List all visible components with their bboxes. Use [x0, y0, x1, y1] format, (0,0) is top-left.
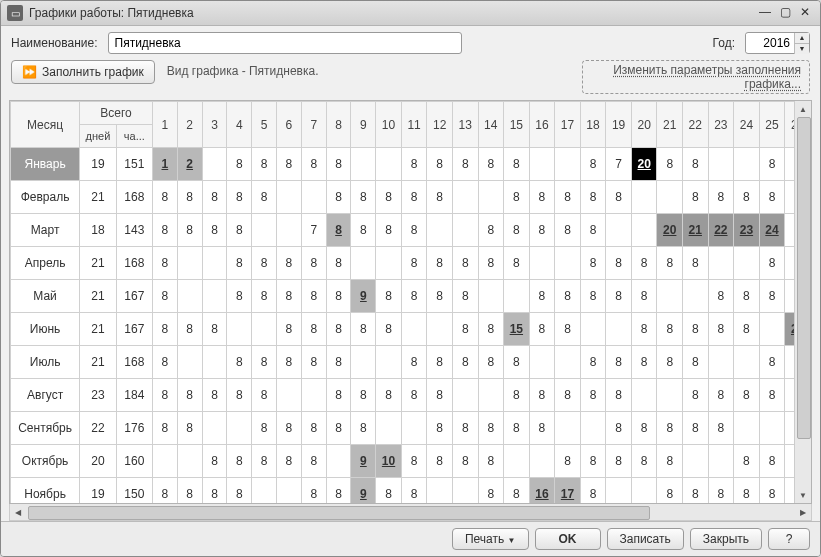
day-cell[interactable]: 8 [177, 379, 202, 412]
day-cell[interactable]: 8 [580, 181, 606, 214]
header-day[interactable]: 21 [657, 102, 683, 148]
header-day[interactable]: 23 [708, 102, 734, 148]
horizontal-scrollbar[interactable]: ◀ ▶ [9, 504, 812, 521]
hours-cell[interactable]: 143 [116, 214, 152, 247]
day-cell[interactable] [401, 412, 427, 445]
day-cell[interactable] [580, 412, 606, 445]
day-cell[interactable] [277, 214, 302, 247]
month-cell[interactable]: Июль [11, 346, 80, 379]
day-cell[interactable] [759, 313, 785, 346]
day-cell[interactable]: 8 [401, 346, 427, 379]
day-cell[interactable] [376, 412, 402, 445]
day-cell[interactable]: 8 [504, 346, 530, 379]
hours-cell[interactable]: 167 [116, 313, 152, 346]
day-cell[interactable]: 8 [401, 280, 427, 313]
table-row[interactable]: Ноябрь19150888888988881617888888 [11, 478, 811, 505]
header-day[interactable]: 6 [277, 102, 302, 148]
scroll-left-icon[interactable]: ◀ [10, 504, 26, 520]
day-cell[interactable] [529, 346, 555, 379]
day-cell[interactable]: 8 [606, 247, 632, 280]
day-cell[interactable] [227, 313, 252, 346]
table-row[interactable]: Февраль2116888888888888888888888 [11, 181, 811, 214]
day-cell[interactable]: 8 [555, 280, 581, 313]
day-cell[interactable]: 20 [631, 148, 657, 181]
day-cell[interactable]: 8 [376, 379, 402, 412]
header-day[interactable]: 25 [759, 102, 785, 148]
day-cell[interactable] [504, 445, 530, 478]
day-cell[interactable]: 8 [657, 313, 683, 346]
day-cell[interactable]: 8 [227, 214, 252, 247]
year-spinner[interactable]: ▲ ▼ [745, 32, 810, 54]
day-cell[interactable]: 7 [301, 214, 326, 247]
day-cell[interactable]: 8 [759, 445, 785, 478]
table-row[interactable]: Август2318488888888888888888888 [11, 379, 811, 412]
day-cell[interactable]: 23 [734, 214, 760, 247]
day-cell[interactable]: 8 [478, 412, 504, 445]
day-cell[interactable]: 21 [683, 214, 709, 247]
day-cell[interactable]: 8 [708, 379, 734, 412]
hours-cell[interactable]: 160 [116, 445, 152, 478]
day-cell[interactable] [177, 280, 202, 313]
day-cell[interactable]: 8 [252, 379, 277, 412]
day-cell[interactable] [452, 478, 478, 505]
day-cell[interactable]: 8 [152, 478, 177, 505]
year-input[interactable] [746, 34, 794, 52]
day-cell[interactable]: 8 [252, 247, 277, 280]
day-cell[interactable]: 8 [301, 247, 326, 280]
day-cell[interactable]: 8 [252, 346, 277, 379]
month-cell[interactable]: Март [11, 214, 80, 247]
day-cell[interactable]: 8 [301, 346, 326, 379]
month-cell[interactable]: Ноябрь [11, 478, 80, 505]
day-cell[interactable] [427, 214, 453, 247]
day-cell[interactable]: 8 [452, 247, 478, 280]
day-cell[interactable]: 8 [606, 346, 632, 379]
day-cell[interactable]: 8 [529, 280, 555, 313]
day-cell[interactable]: 8 [326, 412, 351, 445]
day-cell[interactable] [351, 346, 376, 379]
day-cell[interactable] [351, 247, 376, 280]
day-cell[interactable]: 2 [177, 148, 202, 181]
day-cell[interactable]: 8 [427, 280, 453, 313]
day-cell[interactable]: 8 [606, 280, 632, 313]
header-hours[interactable]: ча... [116, 125, 152, 148]
header-day[interactable]: 15 [504, 102, 530, 148]
day-cell[interactable]: 8 [452, 346, 478, 379]
day-cell[interactable]: 8 [202, 379, 227, 412]
day-cell[interactable]: 8 [734, 313, 760, 346]
day-cell[interactable]: 8 [683, 181, 709, 214]
day-cell[interactable]: 8 [606, 379, 632, 412]
day-cell[interactable]: 8 [326, 379, 351, 412]
header-day[interactable]: 13 [452, 102, 478, 148]
days-cell[interactable]: 21 [80, 247, 117, 280]
month-cell[interactable]: Сентябрь [11, 412, 80, 445]
day-cell[interactable]: 9 [351, 478, 376, 505]
day-cell[interactable] [301, 181, 326, 214]
day-cell[interactable]: 8 [759, 346, 785, 379]
hours-cell[interactable]: 167 [116, 280, 152, 313]
day-cell[interactable] [202, 412, 227, 445]
day-cell[interactable] [177, 247, 202, 280]
name-input[interactable] [108, 32, 462, 54]
day-cell[interactable]: 8 [177, 181, 202, 214]
day-cell[interactable]: 8 [734, 379, 760, 412]
day-cell[interactable]: 8 [734, 280, 760, 313]
days-cell[interactable]: 19 [80, 148, 117, 181]
hours-cell[interactable]: 151 [116, 148, 152, 181]
day-cell[interactable]: 8 [277, 280, 302, 313]
day-cell[interactable]: 8 [401, 379, 427, 412]
header-day[interactable]: 18 [580, 102, 606, 148]
day-cell[interactable]: 8 [555, 445, 581, 478]
day-cell[interactable]: 8 [478, 214, 504, 247]
help-button[interactable]: ? [768, 528, 810, 550]
header-day[interactable]: 10 [376, 102, 402, 148]
day-cell[interactable]: 8 [478, 313, 504, 346]
day-cell[interactable]: 10 [376, 445, 402, 478]
day-cell[interactable]: 8 [252, 181, 277, 214]
day-cell[interactable] [657, 280, 683, 313]
hours-cell[interactable]: 176 [116, 412, 152, 445]
day-cell[interactable]: 8 [504, 247, 530, 280]
day-cell[interactable] [326, 445, 351, 478]
day-cell[interactable]: 8 [657, 346, 683, 379]
day-cell[interactable]: 8 [452, 313, 478, 346]
day-cell[interactable] [427, 478, 453, 505]
